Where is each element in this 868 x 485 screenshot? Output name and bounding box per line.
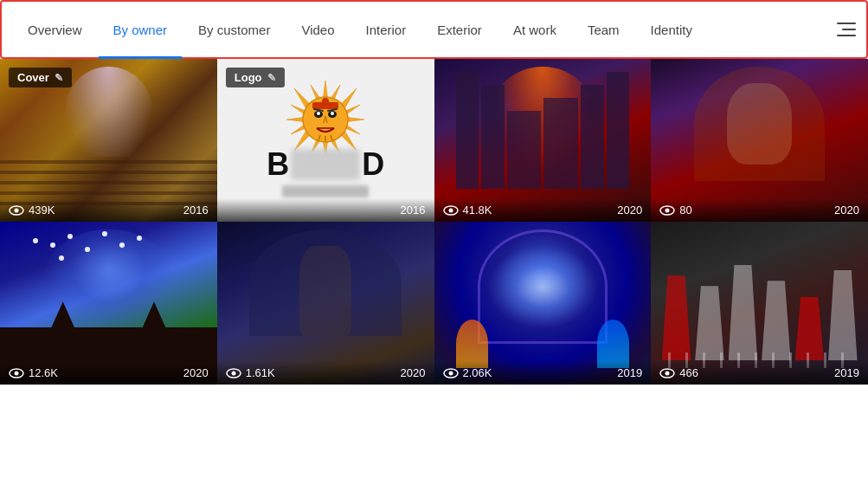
tab-interior[interactable]: Interior — [350, 0, 422, 59]
year-4: 2020 — [183, 366, 209, 379]
eye-icon-2 — [443, 205, 459, 216]
grid-item-starry[interactable]: 12.6K 2020 — [0, 222, 217, 385]
grid-item-galaxy[interactable]: 2.06K 2019 — [434, 222, 652, 385]
tab-by-customer[interactable]: By customer — [183, 0, 286, 59]
views-2: 41.8K — [443, 204, 492, 217]
stats-bar-3: 80 2020 — [651, 198, 868, 222]
stats-bar-4: 12.6K 2020 — [0, 361, 217, 385]
svg-point-1 — [15, 208, 19, 212]
svg-point-20 — [322, 98, 329, 105]
year-1: 2016 — [401, 204, 426, 217]
logo-subtext-area — [217, 185, 434, 197]
stats-bar-5: 1.61K 2020 — [217, 361, 434, 385]
eye-icon-0 — [9, 205, 24, 216]
stats-bar-7: 466 2019 — [651, 361, 868, 385]
tab-list: Overview By owner By customer Video Inte… — [12, 0, 828, 59]
eye-icon-4 — [9, 368, 24, 378]
svg-point-24 — [331, 112, 334, 115]
logo-edit-icon[interactable]: ✎ — [267, 72, 276, 84]
tab-identity[interactable]: Identity — [635, 0, 708, 59]
logo-label: Logo ✎ — [226, 68, 285, 87]
grid-item-orchestra[interactable]: 466 2019 — [651, 222, 868, 385]
views-7: 466 — [659, 366, 698, 379]
year-2: 2020 — [617, 204, 642, 217]
grid-item-mona[interactable]: 80 2020 — [651, 59, 868, 222]
year-3: 2020 — [834, 204, 859, 217]
grid-item-lisa[interactable]: 1.61K 2020 — [217, 222, 434, 385]
tab-team[interactable]: Team — [572, 0, 635, 59]
stats-bar-2: 41.8K 2020 — [434, 198, 652, 222]
stats-bar-6: 2.06K 2019 — [434, 361, 652, 385]
svg-point-23 — [317, 112, 320, 115]
eye-icon-7 — [659, 368, 675, 378]
year-5: 2020 — [401, 366, 426, 379]
cover-edit-icon[interactable]: ✎ — [55, 72, 63, 84]
views-3: 80 — [659, 204, 691, 217]
grid-item-organ[interactable]: 41.8K 2020 — [434, 59, 652, 222]
year-6: 2019 — [617, 366, 642, 379]
views-0: 439K — [9, 204, 55, 217]
svg-point-37 — [15, 371, 19, 375]
grid-item-logo[interactable]: B D Logo ✎ 2016 — [217, 59, 434, 222]
eye-icon-6 — [443, 368, 459, 378]
eye-icon-3 — [659, 205, 675, 216]
tab-bar: Overview By owner By customer Video Inte… — [0, 0, 868, 59]
stats-bar-1: 2016 — [217, 198, 434, 222]
views-5: 1.61K — [226, 366, 275, 379]
filter-menu-button[interactable] — [828, 16, 856, 43]
svg-point-35 — [665, 208, 670, 212]
year-7: 2019 — [834, 366, 859, 379]
svg-marker-6 — [294, 88, 310, 107]
image-grid: Cover ✎ 439K 2016 — [0, 59, 868, 385]
views-6: 2.06K — [443, 366, 492, 379]
year-0: 2016 — [183, 204, 209, 217]
grid-item-church-choir[interactable]: Cover ✎ 439K 2016 — [0, 59, 217, 222]
tab-overview[interactable]: Overview — [12, 0, 98, 59]
tab-video[interactable]: Video — [286, 0, 350, 59]
eye-icon-5 — [226, 368, 241, 378]
tab-at-work[interactable]: At work — [498, 0, 572, 59]
svg-point-39 — [231, 371, 235, 375]
svg-point-41 — [448, 371, 453, 375]
svg-marker-7 — [341, 88, 357, 107]
tab-exterior[interactable]: Exterior — [421, 0, 498, 59]
tab-by-owner[interactable]: By owner — [98, 0, 183, 59]
cover-label: Cover ✎ — [9, 68, 72, 87]
logo-text-area: B D — [217, 146, 434, 183]
svg-point-43 — [665, 371, 670, 375]
svg-point-33 — [448, 208, 453, 212]
views-4: 12.6K — [9, 366, 58, 379]
stats-bar-0: 439K 2016 — [0, 198, 217, 222]
